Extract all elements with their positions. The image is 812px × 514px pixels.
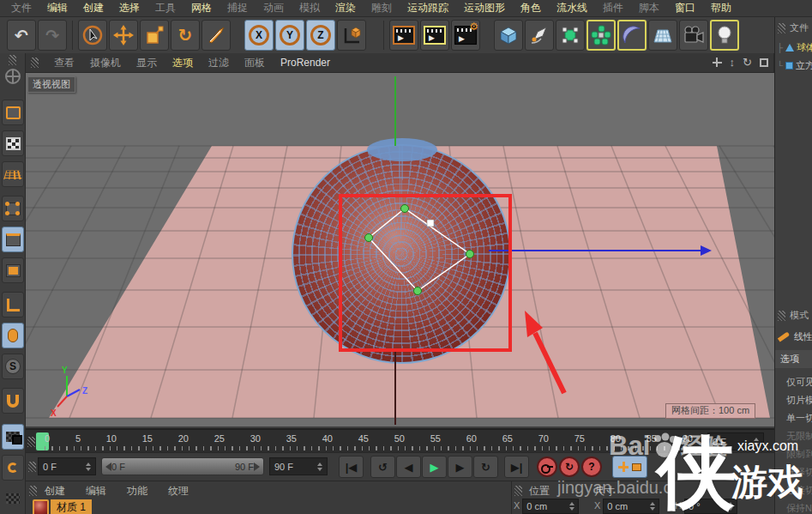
snap-s-button[interactable]: S — [2, 354, 24, 379]
start-frame-field[interactable]: 0 F — [38, 457, 96, 475]
spinner-icon[interactable] — [569, 502, 574, 511]
material-thumbnail[interactable] — [33, 499, 49, 514]
value-input[interactable]: 0 cm — [522, 499, 579, 514]
menu-edit[interactable]: 编辑 — [39, 1, 75, 15]
frame-range-slider[interactable]: 0 F 90 F — [101, 457, 264, 475]
keyframe-help-button[interactable]: ? — [581, 457, 602, 477]
scale-tool-button[interactable] — [140, 20, 169, 51]
menu-simulate[interactable]: 模拟 — [292, 1, 328, 15]
menu-window[interactable]: 窗口 — [667, 1, 703, 15]
menu-motion-tracker[interactable]: 运动跟踪 — [400, 1, 456, 15]
option-single-cut[interactable]: 单一切割 — [775, 409, 812, 427]
vp-menu-cameras[interactable]: 摄像机 — [90, 56, 121, 70]
polygons-mode-button[interactable] — [2, 257, 24, 283]
goto-end-button[interactable]: ▶| — [504, 456, 529, 478]
option-connect-cuts[interactable]: 连接切口 — [775, 481, 812, 499]
menu-create[interactable]: 创建 — [75, 1, 111, 15]
options-tab[interactable]: 选项 — [775, 350, 812, 368]
zoom-view-icon[interactable]: ↕ — [730, 56, 736, 69]
option-preserve-ngons[interactable]: 保持N — [775, 499, 812, 514]
vp-menu-display[interactable]: 显示 — [136, 56, 157, 70]
cut-vertex-top[interactable] — [401, 205, 409, 213]
object-item-sphere[interactable]: ├ 球体 — [775, 39, 812, 57]
cut-vertex-bottom[interactable] — [414, 287, 422, 295]
workplane-extra-button[interactable] — [2, 486, 24, 511]
material-grip[interactable] — [29, 486, 37, 496]
mat-menu-texture[interactable]: 纹理 — [168, 484, 189, 499]
option-slice-mode[interactable]: 切片模式 — [775, 391, 812, 409]
coords-grip[interactable] — [514, 486, 522, 496]
mat-menu-create[interactable]: 创建 — [45, 484, 65, 499]
option-visible-only[interactable]: 仅可见 — [775, 373, 812, 391]
points-mode-button[interactable] — [2, 196, 24, 221]
record-keyframe-button[interactable] — [537, 457, 557, 477]
spinner-icon[interactable] — [754, 438, 759, 446]
end-frame-field[interactable]: 90 F — [269, 457, 328, 475]
redo-button[interactable]: ↷ — [38, 20, 67, 51]
next-frame-button[interactable]: ▶ — [448, 456, 472, 478]
light-button[interactable] — [710, 20, 739, 51]
cut-vertex-right[interactable] — [466, 251, 474, 258]
vp-menu-prorender[interactable]: ProRender — [280, 57, 330, 69]
ruler-grip[interactable] — [27, 437, 35, 447]
edges-mode-button[interactable] — [2, 227, 24, 252]
cut-vertex-left[interactable] — [365, 234, 373, 242]
spinner-icon[interactable] — [650, 502, 655, 511]
menu-pipeline[interactable]: 流水线 — [549, 1, 595, 15]
value-input[interactable]: 0 cm — [603, 499, 659, 514]
object-item-cube[interactable]: └ 立方体 — [775, 57, 812, 75]
lock-workplane-button[interactable] — [2, 424, 24, 450]
vp-menu-view[interactable]: 查看 — [54, 56, 75, 70]
cut-line-diamond[interactable] — [365, 205, 474, 295]
mograph-array-button[interactable] — [586, 20, 616, 51]
range-left-arrow-icon[interactable] — [105, 463, 111, 471]
make-editable-button[interactable] — [2, 63, 24, 89]
undo-button[interactable]: ↶ — [7, 20, 36, 51]
timeline-ruler[interactable]: 0 5 10 15 20 25 30 35 40 45 50 55 60 65 … — [26, 428, 774, 452]
menu-help[interactable]: 帮助 — [703, 1, 739, 15]
vp-menu-filter[interactable]: 过滤 — [208, 56, 229, 70]
key-scale-toggle-icon[interactable] — [632, 463, 641, 471]
cut-point-handle[interactable] — [427, 220, 434, 227]
rotate-tool-button[interactable]: ↻ — [171, 20, 200, 51]
texture-mode-button[interactable] — [2, 130, 24, 156]
mat-menu-function[interactable]: 功能 — [127, 484, 147, 499]
move-tool-button[interactable] — [109, 20, 138, 51]
menu-tools[interactable]: 工具 — [147, 1, 183, 15]
range-right-arrow-icon[interactable] — [254, 463, 260, 471]
menu-script[interactable]: 脚本 — [631, 1, 667, 15]
goto-start-button[interactable]: |◀ — [339, 456, 364, 478]
orbit-view-icon[interactable]: ↻ — [743, 56, 752, 69]
value-input[interactable]: 0 ° — [684, 499, 737, 514]
key-position-toggle-icon[interactable] — [618, 462, 629, 472]
maximize-view-icon[interactable] — [760, 58, 768, 67]
viewport-solo-button[interactable] — [2, 323, 24, 348]
pan-view-icon[interactable] — [713, 57, 722, 67]
menu-plugins[interactable]: 插件 — [595, 1, 631, 15]
vp-menu-options[interactable]: 选项 — [172, 56, 193, 70]
viewport-menu-grip[interactable] — [31, 57, 39, 68]
camera-button[interactable] — [679, 20, 708, 51]
object-manager-file-menu[interactable]: 文件 — [790, 21, 809, 34]
option-select-cuts[interactable]: 选择切口 — [775, 463, 812, 481]
bend-deformer-button[interactable] — [617, 20, 647, 51]
option-unrestricted[interactable]: 无限制 — [775, 427, 812, 445]
y-axis-lock-button[interactable]: Y — [275, 20, 304, 51]
z-axis-lock-button[interactable]: Z — [306, 20, 335, 51]
spinner-icon[interactable] — [317, 463, 322, 471]
menu-character[interactable]: 角色 — [513, 1, 549, 15]
knife-tool-button[interactable] — [201, 20, 231, 51]
viewport-canvas[interactable]: Y Z X 透视视图 网格间距：100 cm — [26, 73, 774, 426]
previous-frame-button[interactable]: ◀ — [396, 456, 421, 478]
option-restrict-to[interactable]: 限制到 — [775, 445, 812, 463]
enable-snap-button[interactable] — [2, 388, 24, 414]
coordinate-system-button[interactable] — [337, 20, 366, 51]
previous-key-button[interactable]: ↺ — [370, 456, 395, 478]
material-item[interactable]: 材质 1 — [33, 499, 92, 514]
attribute-manager-grip[interactable] — [778, 311, 785, 321]
align-workplane-button[interactable] — [2, 455, 24, 481]
model-mode-button[interactable] — [2, 100, 24, 125]
menu-select[interactable]: 选择 — [111, 1, 147, 15]
render-view-button[interactable]: ▶ — [389, 20, 418, 51]
subdivision-surface-button[interactable] — [556, 20, 585, 51]
